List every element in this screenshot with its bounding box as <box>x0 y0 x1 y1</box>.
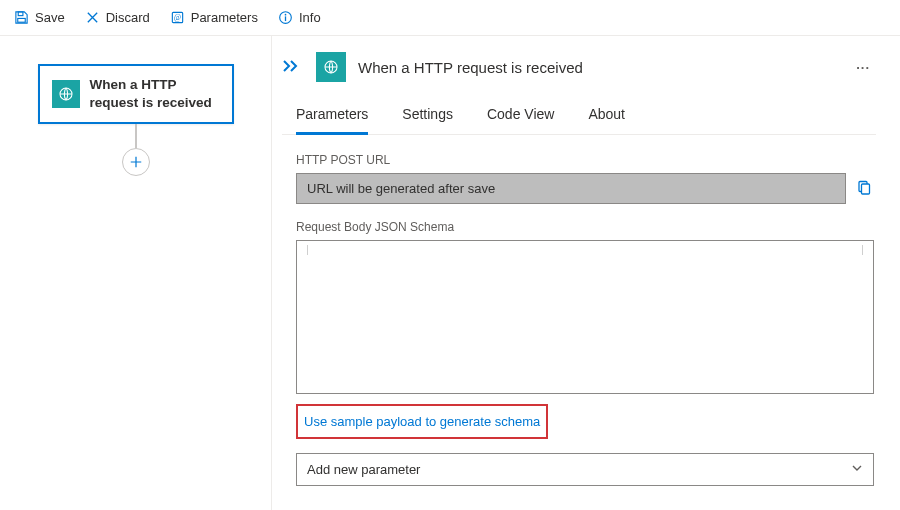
generate-schema-link[interactable]: Use sample payload to generate schema <box>304 414 540 429</box>
discard-label: Discard <box>106 10 150 25</box>
tab-code-view[interactable]: Code View <box>487 100 554 135</box>
trigger-node-title: When a HTTP request is received <box>90 76 220 112</box>
connector-line <box>135 124 137 148</box>
tab-about[interactable]: About <box>588 100 625 135</box>
panel-title: When a HTTP request is received <box>358 59 838 76</box>
schema-label: Request Body JSON Schema <box>296 220 874 234</box>
copy-url-button[interactable] <box>856 180 874 198</box>
svg-text:@: @ <box>174 13 181 22</box>
more-options-button[interactable]: ··· <box>850 56 876 79</box>
parameters-label: Parameters <box>191 10 258 25</box>
chevron-down-icon <box>851 462 863 477</box>
json-schema-textarea[interactable] <box>296 240 874 394</box>
detail-tabs: Parameters Settings Code View About <box>282 100 876 135</box>
discard-icon <box>85 10 100 25</box>
http-trigger-icon <box>52 80 80 108</box>
tab-settings[interactable]: Settings <box>402 100 453 135</box>
parameters-icon: @ <box>170 10 185 25</box>
info-label: Info <box>299 10 321 25</box>
http-post-url-label: HTTP POST URL <box>296 153 874 167</box>
add-parameter-label: Add new parameter <box>307 462 420 477</box>
http-post-url-field: URL will be generated after save <box>296 173 846 204</box>
workflow-canvas: When a HTTP request is received <box>0 36 272 510</box>
svg-rect-0 <box>18 12 23 16</box>
info-button[interactable]: Info <box>268 4 331 31</box>
info-icon <box>278 10 293 25</box>
svg-point-5 <box>285 14 287 16</box>
svg-rect-1 <box>18 18 26 22</box>
add-parameter-dropdown[interactable]: Add new parameter <box>296 453 874 486</box>
collapse-panel-button[interactable] <box>282 55 304 80</box>
details-panel: When a HTTP request is received ··· Para… <box>272 36 900 510</box>
discard-button[interactable]: Discard <box>75 4 160 31</box>
svg-rect-10 <box>862 184 870 194</box>
highlight-box: Use sample payload to generate schema <box>296 404 548 439</box>
parameters-button[interactable]: @ Parameters <box>160 4 268 31</box>
save-icon <box>14 10 29 25</box>
trigger-node[interactable]: When a HTTP request is received <box>38 64 234 124</box>
save-label: Save <box>35 10 65 25</box>
http-trigger-icon <box>316 52 346 82</box>
svg-rect-6 <box>285 16 286 21</box>
add-step-button[interactable] <box>122 148 150 176</box>
tab-parameters[interactable]: Parameters <box>296 100 368 135</box>
command-bar: Save Discard @ Parameters Info <box>0 0 900 36</box>
save-button[interactable]: Save <box>4 4 75 31</box>
